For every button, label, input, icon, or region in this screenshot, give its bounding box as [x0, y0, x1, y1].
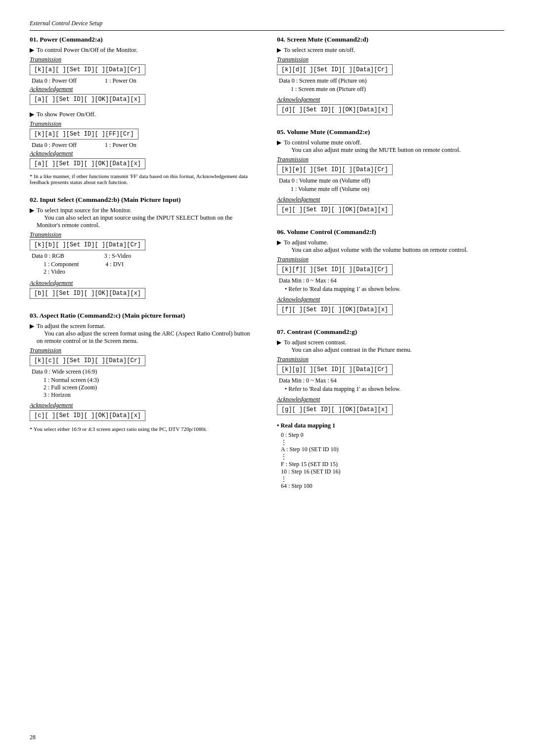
transmission-code-01-2: [k][a][ ][Set ID][ ][FF][Cr] — [30, 129, 138, 140]
note-03: * You select either 16:9 or 4:3 screen a… — [30, 426, 257, 432]
transmission-code-03: [k][c][ ][Set ID][ ][Data][Cr] — [30, 355, 145, 366]
data-line-01-1-0: Data 0 : Power Off 1 : Power On — [30, 77, 257, 85]
data-line-05-1: 1 : Volume mute off (Volume on) — [277, 186, 504, 193]
ack-code-04: [d][ ][Set ID][ ][OK][Data][x] — [277, 104, 393, 115]
section-04-title: 04. Screen Mute (Command2:d) — [277, 36, 504, 44]
arrow-icon-01-2: ▶ — [30, 111, 34, 118]
ack-code-03: [c][ ][Set ID][ ][OK][Data][x] — [30, 410, 145, 421]
subsection-02-1: ▶ To select input source for the Monitor… — [30, 207, 257, 301]
subsection-05-1: ▶ To control volume mute on/off. You can… — [277, 139, 504, 217]
ack-section-05: Acknowledgement [e][ ][Set ID][ ][OK][Da… — [277, 196, 504, 217]
arrow-icon-04: ▶ — [277, 47, 281, 54]
ack-label-01-1: Acknowledgement — [30, 86, 257, 93]
ack-code-01-1: [a][ ][Set ID][ ][OK][Data][x] — [30, 94, 145, 105]
data-line-04-1: 1 : Screen mute on (Picture off) — [277, 86, 504, 93]
subsection-07-1: ▶ To adjust screen contrast. You can als… — [277, 339, 504, 417]
ack-section-04: Acknowledgement [d][ ][Set ID][ ][OK][Da… — [277, 96, 504, 117]
section-03: 03. Aspect Ratio (Command2:c) (Main pict… — [30, 312, 257, 432]
ack-section-03: Acknowledgement [c][ ][Set ID][ ][OK][Da… — [30, 402, 257, 423]
section-07-title: 07. Contrast (Command2:g) — [277, 328, 504, 336]
data-line-02-0: Data 0 : RGB 3 : S-Video — [30, 252, 257, 260]
ack-label-01-2: Acknowledgement — [30, 150, 257, 157]
data-line-02-2: 2 : Video — [30, 268, 257, 276]
mapping-line-f: F : Step 15 (SET ID 15) — [277, 461, 504, 468]
arrow-desc-03: To adjust the screen format. You can als… — [37, 323, 257, 345]
mapping-title: • Real data mapping 1 — [277, 422, 504, 429]
mapping-dots-2: ⋮ — [277, 453, 504, 460]
ack-code-05: [e][ ][Set ID][ ][OK][Data][x] — [277, 204, 393, 215]
ack-label-02: Acknowledgement — [30, 280, 257, 287]
arrow-desc-01-2: To show Power On/Off. — [37, 111, 96, 118]
arrow-icon-03: ▶ — [30, 323, 34, 330]
subsection-01-2: ▶ To show Power On/Off. Transmission [k]… — [30, 111, 257, 171]
section-01: 01. Power (Command2:a) ▶ To control Powe… — [30, 36, 257, 185]
bullet-06: Refer to 'Real data mapping 1' as shown … — [277, 285, 504, 293]
section-01-title: 01. Power (Command2:a) — [30, 36, 257, 44]
arrow-text-01-2: ▶ To show Power On/Off. — [30, 111, 257, 118]
left-column: 01. Power (Command2:a) ▶ To control Powe… — [30, 36, 257, 501]
right-column: 04. Screen Mute (Command2:d) ▶ To select… — [277, 36, 504, 501]
ack-section-06: Acknowledgement [f][ ][Set ID][ ][OK][Da… — [277, 296, 504, 317]
arrow-icon-06: ▶ — [277, 239, 281, 246]
subsection-01-1: ▶ To control Power On/Off of the Monitor… — [30, 47, 257, 107]
arrow-icon-05: ▶ — [277, 139, 281, 146]
page-footer: 28 — [30, 734, 36, 741]
ack-code-07: [g][ ][Set ID][ ][OK][Data][x] — [277, 404, 393, 415]
ack-label-06: Acknowledgement — [277, 296, 504, 303]
header-text: External Control Device Setup — [30, 20, 102, 27]
arrow-desc-04: To select screen mute on/off. — [284, 47, 355, 54]
transmission-code-04: [k][d][ ][Set ID][ ][Data][Cr] — [277, 64, 393, 75]
ack-label-04: Acknowledgement — [277, 96, 504, 103]
mapping-line-a: A : Step 10 (SET ID 10) — [277, 446, 504, 453]
section-02: 02. Input Select (Command2:b) (Main Pict… — [30, 196, 257, 301]
arrow-icon-07: ▶ — [277, 339, 281, 346]
ack-code-02: [b][ ][Set ID][ ][OK][Data][x] — [30, 288, 145, 299]
arrow-text-05: ▶ To control volume mute on/off. You can… — [277, 139, 504, 154]
ack-label-07: Acknowledgement — [277, 396, 504, 403]
arrow-icon-01-1: ▶ — [30, 47, 34, 54]
subsection-03-1: ▶ To adjust the screen format. You can a… — [30, 323, 257, 423]
transmission-label-05: Transmission — [277, 156, 504, 163]
transmission-label-06: Transmission — [277, 256, 504, 263]
section-03-title: 03. Aspect Ratio (Command2:c) (Main pict… — [30, 312, 257, 320]
arrow-text-02: ▶ To select input source for the Monitor… — [30, 207, 257, 229]
section-06-title: 06. Volume Control (Command2:f) — [277, 228, 504, 236]
bullet-07: Refer to 'Real data mapping 1' as shown … — [277, 385, 504, 393]
transmission-label-01-2: Transmission — [30, 120, 257, 128]
subsection-04-1: ▶ To select screen mute on/off. Transmis… — [277, 47, 504, 117]
data-line-02-1: 1 : Component 4 : DVI — [30, 261, 257, 268]
data-line-03-3: 3 : Horizon — [30, 391, 257, 399]
arrow-desc-06: To adjust volume. You can also adjust vo… — [284, 239, 468, 254]
arrow-text-07: ▶ To adjust screen contrast. You can als… — [277, 339, 504, 354]
arrow-desc-07: To adjust screen contrast. You can also … — [284, 339, 412, 354]
transmission-label-02: Transmission — [30, 231, 257, 238]
ack-code-01-2: [a][ ][Set ID][ ][OK][Data][x] — [30, 158, 145, 169]
ack-label-05: Acknowledgement — [277, 196, 504, 203]
data-line-07-0: Data Min : 0 ~ Max : 64 — [277, 377, 504, 384]
section-02-title: 02. Input Select (Command2:b) (Main Pict… — [30, 196, 257, 204]
subsection-06-1: ▶ To adjust volume. You can also adjust … — [277, 239, 504, 317]
main-content: 01. Power (Command2:a) ▶ To control Powe… — [30, 36, 504, 501]
mapping-line-64: 64 : Step 100 — [277, 482, 504, 490]
data-line-03-0: Data 0 : Wide screen (16:9) — [30, 368, 257, 376]
data-line-03-1: 1 : Normal screen (4:3) — [30, 377, 257, 384]
arrow-text-03: ▶ To adjust the screen format. You can a… — [30, 323, 257, 345]
arrow-text-06: ▶ To adjust volume. You can also adjust … — [277, 239, 504, 254]
data-line-01-2-0: Data 0 : Power Off 1 : Power On — [30, 142, 257, 149]
arrow-desc-05: To control volume mute on/off. You can a… — [284, 139, 461, 154]
section-05-title: 05. Volume Mute (Command2:e) — [277, 128, 504, 136]
data-line-04-0: Data 0 : Screen mute off (Picture on) — [277, 77, 504, 85]
ack-label-03: Acknowledgement — [30, 402, 257, 409]
data-line-05-0: Data 0 : Volume mute on (Volume off) — [277, 177, 504, 185]
arrow-text-04: ▶ To select screen mute on/off. — [277, 47, 504, 54]
section-05: 05. Volume Mute (Command2:e) ▶ To contro… — [277, 128, 504, 217]
arrow-desc-02: To select input source for the Monitor. … — [37, 207, 257, 229]
ack-code-06: [f][ ][Set ID][ ][OK][Data][x] — [277, 304, 393, 315]
page-number: 28 — [30, 734, 36, 741]
section-07: 07. Contrast (Command2:g) ▶ To adjust sc… — [277, 328, 504, 490]
real-data-mapping: • Real data mapping 1 0 : Step 0 ⋮ A : S… — [277, 422, 504, 490]
ack-section-02: Acknowledgement [b][ ][Set ID][ ][OK][Da… — [30, 280, 257, 301]
mapping-dots-3: ⋮ — [277, 475, 504, 482]
mapping-dots-1: ⋮ — [277, 439, 504, 446]
section-06: 06. Volume Control (Command2:f) ▶ To adj… — [277, 228, 504, 317]
